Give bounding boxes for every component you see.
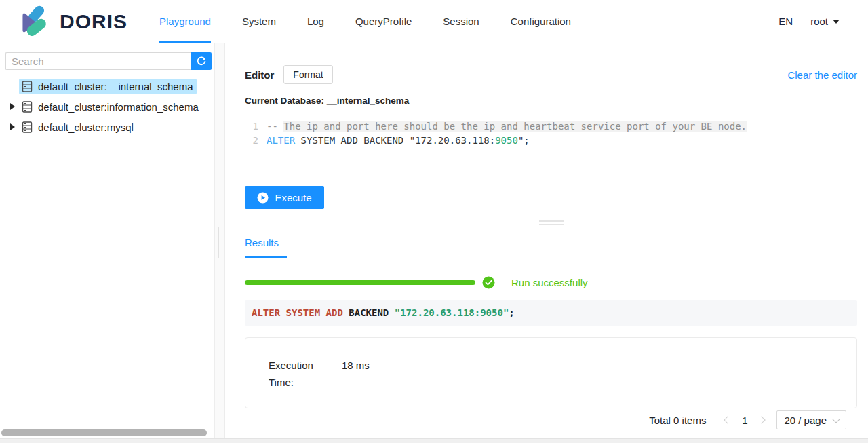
current-database-label: Current Database: xyxy=(245,96,324,106)
current-database-value: __internal_schema xyxy=(327,96,410,106)
search-input[interactable] xyxy=(5,52,191,70)
active-tab-underline xyxy=(159,41,211,43)
panel-splitter-horizontal[interactable] xyxy=(245,220,857,226)
expand-icon[interactable] xyxy=(10,103,15,110)
sidebar-horizontal-scrollbar[interactable] xyxy=(1,429,207,436)
current-page[interactable]: 1 xyxy=(736,415,753,426)
user-caret-icon xyxy=(833,20,840,24)
clear-editor-link[interactable]: Clear the editor xyxy=(787,69,857,81)
nav-item-queryprofile[interactable]: QueryProfile xyxy=(340,0,427,43)
editor-line-2: 2 ALTER SYSTEM ADD BACKEND "172.20.63.11… xyxy=(245,134,857,148)
page-size-select[interactable]: 20 / page xyxy=(776,410,846,429)
total-items-text: Total 0 items xyxy=(649,415,706,426)
splitter-grip xyxy=(539,220,564,225)
current-database: Current Database: __internal_schema xyxy=(245,96,857,106)
run-status-row: Run successfully xyxy=(245,276,857,289)
page-bottom-strip xyxy=(0,438,868,443)
navbar-right: EN root xyxy=(778,16,840,27)
database-icon xyxy=(22,101,33,113)
database-icon xyxy=(22,121,33,133)
executed-sql-echo: ALTER SYSTEM ADD BACKEND "172.20.63.118:… xyxy=(245,300,857,326)
progress-bar xyxy=(245,280,475,285)
database-sidebar: default_cluster:__internal_schema defaul… xyxy=(0,43,214,438)
scroll-gutter xyxy=(859,43,859,438)
success-check-icon xyxy=(482,276,495,289)
tree-item-internal-schema[interactable]: default_cluster:__internal_schema xyxy=(0,76,214,96)
tree-item-label: default_cluster:information_schema xyxy=(38,101,199,113)
results-tab-underline xyxy=(245,256,287,258)
panel-splitter-vertical[interactable] xyxy=(215,43,224,438)
refresh-icon xyxy=(196,56,207,66)
chevron-down-icon xyxy=(832,415,840,423)
sql-editor[interactable]: 1 -- The ip and port here should be the … xyxy=(245,119,857,148)
run-status-text: Run successfully xyxy=(511,277,588,288)
execution-time-label: Execution Time: xyxy=(269,357,323,408)
database-tree: default_cluster:__internal_schema defaul… xyxy=(0,76,214,137)
nav-item-playground[interactable]: Playground xyxy=(144,0,226,43)
next-page-button[interactable] xyxy=(753,411,770,429)
prev-page-button[interactable] xyxy=(719,411,736,429)
execution-time-card: Execution Time: 18 ms xyxy=(245,337,857,408)
editor-line-1: 1 -- The ip and port here should be the … xyxy=(245,119,857,134)
language-toggle[interactable]: EN xyxy=(778,16,793,27)
nav-item-system[interactable]: System xyxy=(226,0,292,43)
play-icon xyxy=(257,192,269,204)
tree-item-label: default_cluster:__internal_schema xyxy=(38,81,193,92)
format-button[interactable]: Format xyxy=(283,65,332,84)
chevron-right-icon xyxy=(758,416,766,423)
nav-item-log[interactable]: Log xyxy=(292,0,340,43)
pagination: Total 0 items 1 20 / page xyxy=(649,410,846,429)
refresh-button[interactable] xyxy=(191,52,212,70)
nav-item-configuration[interactable]: Configuration xyxy=(495,0,587,43)
line-number: 1 xyxy=(245,119,258,134)
execution-time-value: 18 ms xyxy=(342,357,370,408)
chevron-left-icon xyxy=(724,416,732,423)
tree-item-mysql[interactable]: default_cluster:mysql xyxy=(0,117,214,137)
database-icon xyxy=(22,81,33,92)
editor-title: Editor xyxy=(245,69,274,81)
tree-item-information-schema[interactable]: default_cluster:information_schema xyxy=(0,96,214,117)
main-panel: Editor Format Clear the editor Current D… xyxy=(224,43,868,438)
doris-logo-icon xyxy=(18,4,53,39)
expand-icon[interactable] xyxy=(10,123,15,130)
user-name: root xyxy=(810,16,828,27)
tree-item-label: default_cluster:mysql xyxy=(38,121,134,133)
brand-text: DORIS xyxy=(60,10,127,33)
editor-header: Editor Format Clear the editor xyxy=(245,65,857,84)
brand[interactable]: DORIS xyxy=(18,4,127,39)
main-nav: Playground System Log QueryProfile Sessi… xyxy=(144,0,587,43)
execute-button[interactable]: Execute xyxy=(245,186,324,209)
nav-item-session[interactable]: Session xyxy=(427,0,494,43)
tab-results[interactable]: Results xyxy=(245,237,279,248)
comment-text: The ip and port here should be the ip an… xyxy=(283,121,747,132)
search-row xyxy=(5,52,212,70)
user-menu[interactable]: root xyxy=(810,16,840,27)
splitter-grip xyxy=(218,227,219,258)
results-tabbar: Results xyxy=(245,233,857,261)
line-number: 2 xyxy=(245,134,258,148)
top-navbar: DORIS Playground System Log QueryProfile… xyxy=(0,0,868,43)
